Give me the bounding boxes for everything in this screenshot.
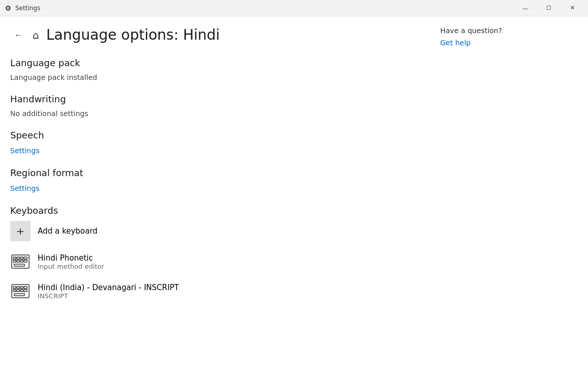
svg-rect-14 — [24, 287, 27, 289]
content-area: ← ⌂ Language options: Hindi Language pac… — [0, 16, 588, 369]
keyboard-icon-hindi-inscript — [10, 281, 31, 301]
svg-rect-15 — [13, 290, 16, 292]
page-title: Language options: Hindi — [46, 26, 220, 43]
svg-rect-18 — [24, 290, 27, 292]
svg-rect-7 — [20, 260, 23, 262]
svg-rect-12 — [17, 287, 19, 289]
svg-rect-4 — [24, 257, 27, 259]
add-keyboard-button[interactable]: + Add a keyboard — [10, 221, 420, 241]
language-pack-heading: Language pack — [10, 58, 420, 68]
add-keyboard-label: Add a keyboard — [38, 226, 97, 236]
handwriting-section: Handwriting No additional settings — [10, 94, 420, 118]
close-button[interactable]: ✕ — [560, 0, 584, 16]
app-icon: ⚙ — [4, 4, 12, 12]
speech-settings-link[interactable]: Settings — [10, 147, 39, 155]
regional-format-section: Regional format Settings — [10, 167, 420, 193]
titlebar: ⚙ Settings — ☐ ✕ — [0, 0, 588, 16]
keyboard-type-hindi-phonetic: Input method editor — [38, 263, 104, 270]
keyboard-name-hindi-phonetic: Hindi Phonetic — [38, 253, 104, 263]
svg-rect-2 — [17, 257, 19, 259]
svg-rect-9 — [14, 264, 24, 266]
titlebar-title: Settings — [15, 5, 514, 12]
regional-format-settings-link[interactable]: Settings — [10, 184, 39, 192]
help-question: Have a question? — [440, 26, 578, 35]
regional-format-heading: Regional format — [10, 167, 420, 178]
svg-rect-3 — [20, 257, 23, 259]
keyboard-info-hindi-inscript: Hindi (India) - Devanagari - INSCRIPT IN… — [38, 283, 179, 300]
titlebar-controls: — ☐ ✕ — [514, 0, 584, 16]
language-pack-status: Language pack installed — [10, 73, 420, 81]
keyboard-item-hindi-inscript: Hindi (India) - Devanagari - INSCRIPT IN… — [10, 281, 420, 301]
speech-section: Speech Settings — [10, 130, 420, 155]
home-icon: ⌂ — [33, 29, 39, 41]
keyboard-name-hindi-inscript: Hindi (India) - Devanagari - INSCRIPT — [38, 283, 179, 292]
speech-heading: Speech — [10, 130, 420, 140]
keyboards-section: Keyboards + Add a keyboard — [10, 205, 420, 301]
keyboard-item-hindi-phonetic: Hindi Phonetic Input method editor — [10, 251, 420, 272]
maximize-button[interactable]: ☐ — [537, 0, 560, 16]
main-panel: ← ⌂ Language options: Hindi Language pac… — [0, 16, 435, 369]
svg-rect-5 — [13, 260, 16, 262]
svg-rect-17 — [20, 290, 23, 292]
svg-rect-13 — [20, 287, 23, 289]
handwriting-text: No additional settings — [10, 109, 420, 118]
right-panel: Have a question? Get help — [435, 16, 588, 369]
back-button[interactable]: ← — [10, 27, 26, 43]
handwriting-heading: Handwriting — [10, 94, 420, 104]
keyboard-icon-hindi-phonetic — [10, 251, 31, 272]
plus-icon: + — [10, 221, 31, 241]
svg-rect-19 — [14, 294, 24, 296]
svg-rect-16 — [17, 290, 19, 292]
keyboard-type-hindi-inscript: INSCRIPT — [38, 292, 179, 300]
get-help-link[interactable]: Get help — [440, 39, 471, 47]
language-pack-section: Language pack Language pack installed — [10, 58, 420, 81]
svg-rect-11 — [13, 287, 16, 289]
keyboards-heading: Keyboards — [10, 205, 420, 216]
keyboard-info-hindi-phonetic: Hindi Phonetic Input method editor — [38, 253, 104, 270]
minimize-button[interactable]: — — [514, 0, 537, 16]
page-header: ← ⌂ Language options: Hindi — [10, 26, 420, 43]
svg-rect-6 — [17, 260, 19, 262]
svg-rect-8 — [24, 260, 27, 262]
svg-rect-1 — [13, 257, 16, 259]
